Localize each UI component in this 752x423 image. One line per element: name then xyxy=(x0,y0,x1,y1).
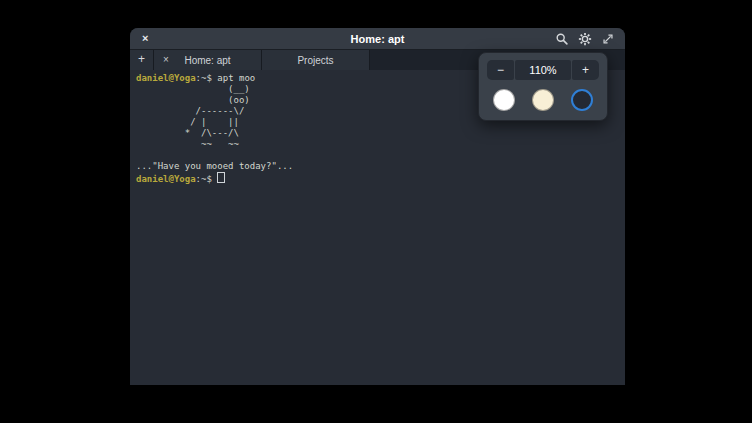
window-title: Home: apt xyxy=(351,33,405,45)
tab-projects[interactable]: Projects xyxy=(262,50,370,70)
command-text: apt moo xyxy=(217,73,255,83)
prompt-user: daniel@Yoga xyxy=(136,73,196,83)
theme-dark-button[interactable] xyxy=(571,89,593,111)
zoom-out-button[interactable]: − xyxy=(487,60,514,80)
headerbar: × Home: apt xyxy=(130,28,625,50)
search-button[interactable] xyxy=(555,32,569,46)
theme-sepia-button[interactable] xyxy=(532,89,554,111)
search-icon xyxy=(555,32,569,46)
theme-light-button[interactable] xyxy=(493,89,515,111)
gear-icon xyxy=(578,32,592,46)
new-tab-button[interactable]: + xyxy=(130,50,154,70)
zoom-controls: − 110% + xyxy=(487,60,599,80)
desktop-background: { "window": { "title": "Home: apt", "clo… xyxy=(0,0,752,423)
zoom-level: 110% xyxy=(515,60,571,80)
tab-home-apt[interactable]: × Home: apt xyxy=(154,50,262,70)
prompt-path: :~$ xyxy=(196,73,218,83)
theme-selector xyxy=(487,80,599,111)
zoom-in-button[interactable]: + xyxy=(572,60,599,80)
preferences-popover: − 110% + xyxy=(478,52,608,121)
prompt-path: :~$ xyxy=(196,174,218,184)
close-button[interactable]: × xyxy=(142,33,148,44)
prompt-user: daniel@Yoga xyxy=(136,174,196,184)
expand-icon xyxy=(601,32,615,46)
tab-label: Home: apt xyxy=(154,55,261,66)
tab-close-button[interactable]: × xyxy=(163,55,169,65)
headerbar-actions xyxy=(555,32,615,46)
prompt-line: daniel@Yoga:~$ xyxy=(136,172,619,185)
tab-label: Projects xyxy=(262,55,369,66)
settings-button[interactable] xyxy=(578,32,592,46)
terminal-cursor xyxy=(217,172,225,183)
fullscreen-button[interactable] xyxy=(601,32,615,46)
